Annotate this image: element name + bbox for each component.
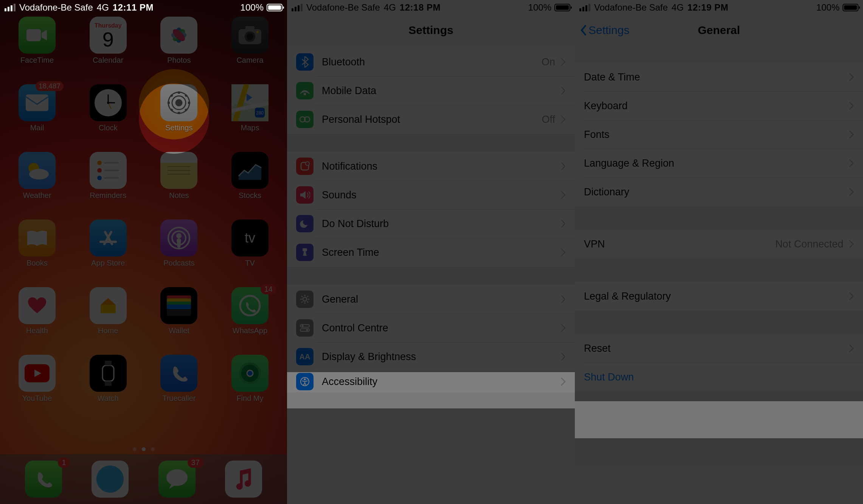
app-whatsapp[interactable]: 14 WhatsApp [227, 287, 273, 335]
svg-point-41 [176, 233, 182, 238]
app-maps[interactable]: 280 Maps [227, 84, 273, 132]
settings-list[interactable]: Bluetooth On Mobile Data Personal Hotspo… [287, 45, 575, 504]
page-title: Settings [408, 24, 453, 37]
row-fonts[interactable]: Fonts [575, 120, 863, 149]
app-camera[interactable]: Camera [227, 17, 273, 65]
app-notes[interactable]: Notes [155, 152, 202, 200]
row-label: Legal & Regulatory [584, 291, 849, 302]
app-label: YouTube [22, 394, 52, 403]
app-wallet[interactable]: Wallet [155, 287, 202, 335]
app-weather[interactable]: Weather [14, 152, 61, 200]
app-mail[interactable]: 18,487 Mail [14, 84, 61, 132]
dock-messages[interactable]: 37 [154, 461, 200, 498]
app-watch[interactable]: Watch [85, 355, 132, 403]
svg-rect-42 [101, 305, 116, 313]
time-label: 12:11 PM [113, 2, 154, 13]
row-screen-time[interactable]: Screen Time [287, 238, 575, 267]
row-keyboard[interactable]: Keyboard [575, 91, 863, 120]
chevron-right-icon [560, 377, 566, 386]
app-calendar[interactable]: Thursday 9 Calendar [85, 17, 132, 65]
stocks-icon [231, 152, 269, 189]
row-accessibility[interactable]: Accessibility [287, 371, 575, 392]
app-tv[interactable]: tv TV [227, 220, 273, 267]
row-bluetooth[interactable]: Bluetooth On [287, 48, 575, 76]
row-date-time[interactable]: Date & Time [575, 63, 863, 91]
messages-badge: 37 [188, 458, 203, 468]
signal-icon [292, 4, 303, 11]
app-facetime[interactable]: FaceTime [14, 17, 61, 65]
app-truecaller[interactable]: Truecaller [155, 355, 202, 403]
truecaller-icon [160, 355, 197, 392]
row-label: Sounds [322, 189, 560, 201]
chevron-right-icon [560, 115, 566, 124]
battery-label: 100% [241, 2, 264, 13]
row-do-not-disturb[interactable]: Do Not Disturb [287, 209, 575, 238]
row-dictionary[interactable]: Dictionary [575, 178, 863, 206]
row-control-centre[interactable]: Control Centre [287, 314, 575, 342]
row-label: Do Not Disturb [322, 218, 560, 230]
svg-line-73 [301, 296, 303, 297]
app-label: Weather [23, 191, 51, 200]
general-list[interactable]: Date & Time Keyboard Fonts Language & Re… [575, 47, 863, 504]
svg-point-68 [303, 297, 307, 301]
back-button[interactable]: Settings [579, 24, 629, 37]
app-podcasts[interactable]: Podcasts [155, 220, 202, 267]
chevron-right-icon [849, 159, 854, 168]
row-vpn[interactable]: VPN Not Connected [575, 230, 863, 258]
row-label: Keyboard [584, 100, 849, 112]
camera-icon [231, 17, 269, 54]
app-stocks[interactable]: Stocks [227, 152, 273, 200]
row-legal-regulatory[interactable]: Legal & Regulatory [575, 282, 863, 311]
row-value: On [542, 56, 555, 68]
svg-point-11 [247, 33, 253, 40]
phone-icon [25, 461, 62, 498]
svg-line-75 [301, 301, 303, 303]
dock: 1 37 [0, 454, 287, 504]
app-health[interactable]: Health [14, 287, 61, 335]
calendar-icon: Thursday 9 [90, 17, 127, 54]
chevron-right-icon [560, 295, 566, 304]
carrier-label: Vodafone-Be Safe [594, 2, 668, 13]
dock-phone[interactable]: 1 [20, 461, 67, 498]
row-personal-hotspot[interactable]: Personal Hotspot Off [287, 105, 575, 134]
row-label: VPN [584, 238, 775, 250]
svg-rect-50 [102, 365, 114, 381]
row-value: Not Connected [775, 238, 843, 250]
app-reminders[interactable]: Reminders [85, 152, 132, 200]
app-photos[interactable]: Photos [155, 17, 202, 65]
app-settings[interactable]: Settings [155, 84, 202, 132]
app-appstore[interactable]: App Store [85, 220, 132, 267]
row-sounds[interactable]: Sounds [287, 181, 575, 209]
chevron-right-icon [560, 86, 566, 95]
hotspot-icon [296, 111, 314, 128]
app-label: Podcasts [163, 259, 194, 267]
row-label: Control Centre [322, 322, 560, 334]
dock-safari[interactable] [87, 461, 133, 498]
row-display-brightness[interactable]: AA Display & Brightness [287, 342, 575, 371]
app-label: Maps [241, 124, 259, 132]
statusbar: Vodafone-Be Safe 4G 12:11 PM 100% [0, 0, 287, 15]
network-label: 4G [384, 2, 396, 13]
row-mobile-data[interactable]: Mobile Data [287, 76, 575, 105]
row-reset[interactable]: Reset [575, 334, 863, 363]
dock-music[interactable] [220, 461, 267, 498]
carrier-label: Vodafone-Be Safe [306, 2, 380, 13]
row-general[interactable]: General [287, 285, 575, 314]
network-label: 4G [97, 2, 109, 13]
app-label: Home [98, 326, 118, 335]
app-home[interactable]: Home [85, 287, 132, 335]
row-label: Reset [584, 343, 849, 354]
app-books[interactable]: Books [14, 220, 61, 267]
app-youtube[interactable]: YouTube [14, 355, 61, 403]
row-shut-down[interactable]: Shut Down [575, 363, 863, 391]
row-notifications[interactable]: Notifications [287, 152, 575, 181]
app-label: Books [26, 259, 48, 267]
general-panel: Vodafone-Be Safe 4G 12:19 PM 100% Settin… [575, 0, 863, 504]
carrier-label: Vodafone-Be Safe [19, 2, 93, 13]
app-findmy[interactable]: Find My [227, 355, 273, 403]
safari-icon [92, 461, 129, 498]
row-language-region[interactable]: Language & Region [575, 149, 863, 178]
clock-icon [90, 84, 127, 121]
app-label: Wallet [169, 326, 189, 335]
app-clock[interactable]: Clock [85, 84, 132, 132]
